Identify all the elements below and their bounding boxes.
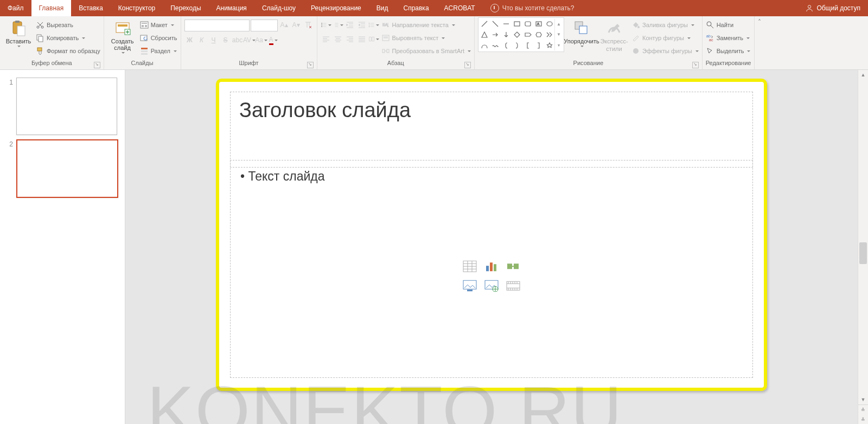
shadow-button[interactable]: abc (232, 35, 243, 46)
arrange-button[interactable]: Упорядочить (566, 17, 597, 47)
insert-video-icon[interactable] (504, 278, 522, 294)
tab-slideshow[interactable]: Слайд-шоу (254, 0, 303, 16)
shape-brace1-icon[interactable] (501, 41, 511, 50)
tab-file[interactable]: Файл (0, 0, 31, 16)
justify-button[interactable] (356, 34, 367, 44)
paste-button[interactable]: Вставить (3, 17, 34, 47)
tab-acrobat[interactable]: ACROBAT (437, 0, 483, 16)
grow-font-button[interactable]: A▴ (279, 20, 290, 30)
shape-triangle-icon[interactable] (480, 30, 489, 40)
scroll-down-button[interactable]: ▼ (858, 395, 868, 404)
increase-indent-button[interactable] (356, 20, 367, 30)
body-placeholder[interactable]: • Текст слайда (230, 160, 753, 378)
tab-help[interactable]: Справка (395, 0, 436, 16)
shape-line3-icon[interactable] (501, 19, 511, 29)
insert-online-picture-icon[interactable] (482, 278, 501, 294)
share-button[interactable]: Общий доступ (798, 0, 868, 16)
dialog-launcher[interactable]: ↘ (307, 62, 314, 68)
copy-button[interactable]: Копировать (36, 33, 100, 43)
tab-transitions[interactable]: Переходы (163, 0, 208, 16)
layout-button[interactable]: Макет (140, 20, 177, 30)
shape-hex-icon[interactable] (534, 30, 544, 40)
bold-button[interactable]: Ж (184, 35, 195, 46)
underline-button[interactable]: Ч (208, 35, 219, 46)
shape-fill-button[interactable]: Заливка фигуры (631, 20, 699, 30)
dialog-launcher[interactable]: ↘ (94, 62, 100, 68)
shape-outline-button[interactable]: Контур фигуры (631, 33, 699, 43)
insert-smartart-icon[interactable] (504, 258, 522, 274)
dialog-launcher[interactable]: ↘ (692, 62, 699, 68)
shape-line-icon[interactable] (480, 19, 489, 29)
align-text-button[interactable]: Выровнять текст (381, 33, 471, 43)
numbering-button[interactable] (333, 20, 343, 30)
shape-diamond-icon[interactable] (512, 30, 522, 40)
tab-insert[interactable]: Вставка (71, 0, 111, 16)
gallery-up[interactable]: ▲ (555, 19, 563, 29)
shape-roundrect-icon[interactable] (523, 19, 533, 29)
tab-design[interactable]: Конструктор (111, 0, 163, 16)
scroll-track[interactable] (858, 80, 868, 395)
collapse-ribbon-button[interactable]: ˄ (754, 16, 764, 69)
tab-view[interactable]: Вид (369, 0, 396, 16)
shape-arrowdown-icon[interactable] (501, 30, 511, 40)
shape-wave-icon[interactable] (490, 41, 500, 50)
align-left-button[interactable] (321, 34, 331, 44)
align-right-button[interactable] (344, 34, 355, 44)
tell-me[interactable]: Что вы хотите сделать? (483, 0, 582, 16)
shape-bracket1-icon[interactable] (523, 41, 533, 50)
slide-thumbnails-panel[interactable]: 1 2 (0, 70, 125, 424)
thumbnail-slide-1[interactable] (16, 78, 117, 135)
insert-picture-icon[interactable] (461, 278, 479, 294)
shape-rect-icon[interactable] (512, 19, 522, 29)
next-slide-button[interactable]: ≚ (858, 415, 868, 424)
font-color-button[interactable]: A (268, 35, 279, 46)
section-button[interactable]: Раздел (140, 46, 177, 56)
shape-chev-icon[interactable] (545, 30, 554, 40)
tab-home[interactable]: Главная (31, 0, 72, 16)
tab-animation[interactable]: Анимация (209, 0, 254, 16)
font-name-combo[interactable] (184, 20, 250, 31)
title-placeholder[interactable]: Заголовок слайда (230, 92, 753, 168)
shape-oval-icon[interactable] (545, 19, 554, 29)
replace-button[interactable]: abac Заменить (706, 33, 751, 43)
change-case-button[interactable]: Aa (256, 35, 267, 46)
slide-canvas-area[interactable]: Заголовок слайда • Текст слайда KONEKTO.… (125, 70, 858, 424)
clear-format-button[interactable] (303, 20, 314, 30)
quick-styles-button[interactable]: Экспресс- стили (599, 17, 629, 52)
gallery-down[interactable]: ▼ (555, 29, 563, 40)
insert-chart-icon[interactable] (482, 258, 501, 274)
columns-button[interactable] (368, 34, 379, 44)
shape-brace2-icon[interactable] (512, 41, 522, 50)
scroll-thumb[interactable] (859, 242, 867, 264)
shrink-font-button[interactable]: A▾ (291, 20, 302, 30)
tab-review[interactable]: Рецензирование (303, 0, 369, 16)
dialog-launcher[interactable]: ↘ (464, 62, 471, 68)
italic-button[interactable]: К (196, 35, 207, 46)
shape-bracket2-icon[interactable] (534, 41, 544, 50)
format-painter-button[interactable]: Формат по образцу (36, 46, 100, 56)
text-direction-button[interactable]: ІІА Направление текста (381, 20, 471, 30)
shape-textbox-icon[interactable]: A (534, 19, 544, 29)
thumbnail-slide-2[interactable] (16, 139, 118, 198)
gallery-more[interactable]: ▾ (555, 40, 563, 50)
char-spacing-button[interactable]: AV (244, 35, 255, 46)
strike-button[interactable]: S (220, 35, 231, 46)
shape-curve-icon[interactable] (480, 41, 489, 50)
reset-button[interactable]: Сбросить (140, 33, 177, 43)
thumbnail-row[interactable]: 1 (0, 75, 125, 137)
decrease-indent-button[interactable] (344, 20, 355, 30)
thumbnail-row[interactable]: 2 (0, 137, 125, 200)
insert-table-icon[interactable] (461, 258, 479, 274)
slide[interactable]: Заголовок слайда • Текст слайда (219, 82, 764, 388)
shapes-gallery[interactable]: A ▲ (478, 17, 564, 52)
shape-star-icon[interactable] (545, 41, 554, 50)
scroll-up-button[interactable]: ▲ (858, 70, 868, 80)
select-button[interactable]: Выделить (706, 46, 751, 56)
font-size-combo[interactable] (251, 20, 278, 31)
vertical-scrollbar[interactable]: ▲ ▼ ≙ ≚ (858, 70, 868, 424)
shape-arrow-icon[interactable] (490, 30, 500, 40)
find-button[interactable]: Найти (706, 20, 751, 30)
smartart-button[interactable]: Преобразовать в SmartArt (381, 46, 471, 56)
shape-line2-icon[interactable] (490, 19, 500, 29)
prev-slide-button[interactable]: ≙ (858, 405, 868, 415)
